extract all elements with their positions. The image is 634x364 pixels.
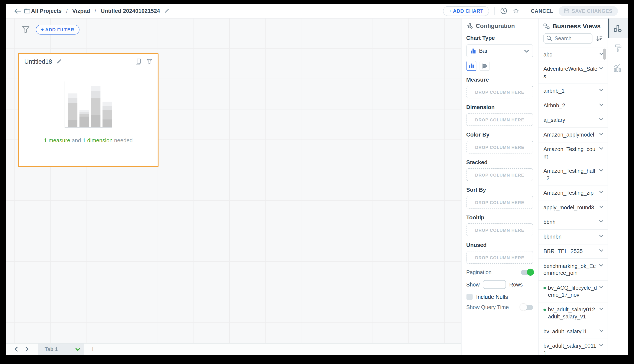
- screen: All Projects / Vizpad / Untitled 2024010…: [0, 0, 634, 364]
